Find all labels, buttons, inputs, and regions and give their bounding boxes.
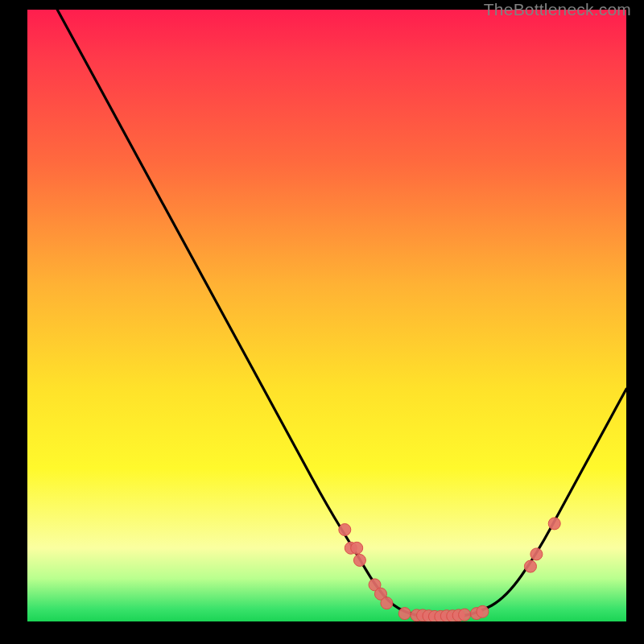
data-marker xyxy=(381,597,393,609)
data-marker xyxy=(351,542,363,554)
data-marker xyxy=(459,609,471,621)
data-marker xyxy=(530,548,543,560)
data-marker xyxy=(339,524,351,536)
chart-svg xyxy=(27,10,626,621)
data-markers xyxy=(339,518,560,621)
data-marker xyxy=(477,605,489,617)
attribution-watermark: TheBottleneck.com xyxy=(484,0,631,19)
plot-region xyxy=(27,10,626,621)
data-marker xyxy=(353,555,365,567)
stage: TheBottleneck.com xyxy=(0,0,644,644)
data-marker xyxy=(524,560,536,572)
data-marker xyxy=(548,518,560,530)
data-marker xyxy=(398,608,411,620)
